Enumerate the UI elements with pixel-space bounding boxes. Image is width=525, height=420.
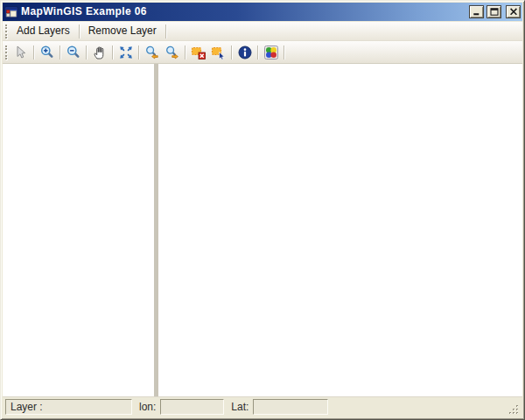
lon-value-box — [160, 399, 224, 415]
toolbar-separator — [284, 46, 284, 60]
menu-separator — [165, 24, 166, 38]
toolbar-separator — [231, 46, 232, 60]
clear-selection-tool-button[interactable] — [188, 43, 208, 62]
zoom-in-icon — [39, 45, 55, 60]
close-button[interactable] — [506, 5, 521, 18]
toolbar-separator — [86, 46, 87, 60]
pan-tool-button[interactable] — [89, 43, 109, 62]
lat-value-box — [253, 399, 328, 415]
menu-separator — [79, 24, 80, 38]
toolbar-separator — [138, 46, 139, 60]
selection-cursor-icon — [211, 45, 227, 60]
zoom-previous-tool-button[interactable] — [142, 43, 162, 62]
toolbar-separator — [60, 46, 60, 60]
cursor-tool-button[interactable] — [10, 43, 31, 62]
window-title: MapWinGIS Example 06 — [21, 3, 466, 21]
resize-grip[interactable] — [508, 404, 520, 416]
status-bar: Layer : lon: Lat: — [3, 396, 522, 417]
app-window: MapWinGIS Example 06 Add Layers Remove L… — [0, 0, 525, 420]
zoom-next-icon — [164, 45, 180, 60]
toolbar-separator — [33, 46, 34, 60]
selection-clear-icon — [191, 45, 206, 60]
zoom-in-tool-button[interactable] — [37, 43, 57, 62]
toolbar-grip — [5, 46, 8, 60]
zoom-full-extent-icon — [118, 45, 134, 60]
close-icon — [509, 8, 518, 16]
toolbar-separator — [257, 46, 258, 60]
symbology-tool-button[interactable] — [261, 43, 281, 62]
zoom-out-tool-button[interactable] — [63, 43, 83, 62]
title-bar[interactable]: MapWinGIS Example 06 — [3, 3, 522, 21]
main-area — [3, 64, 522, 396]
zoom-out-icon — [66, 45, 81, 60]
toolbar-separator — [185, 46, 186, 60]
pan-hand-icon — [92, 45, 108, 60]
toolbar-separator — [112, 46, 113, 60]
zoom-next-tool-button[interactable] — [162, 43, 182, 62]
menu-add-layers[interactable]: Add Layers — [10, 23, 76, 39]
legend-panel[interactable] — [3, 64, 154, 396]
minimize-icon — [472, 8, 481, 16]
info-icon — [237, 45, 253, 60]
maximize-icon — [490, 8, 499, 16]
menu-bar: Add Layers Remove Layer — [3, 22, 522, 41]
maximize-button[interactable] — [486, 5, 501, 18]
identify-tool-button[interactable] — [234, 43, 255, 62]
map-panel[interactable] — [158, 64, 522, 396]
minimize-button[interactable] — [469, 5, 484, 18]
select-shapes-tool-button[interactable] — [208, 43, 228, 62]
arrow-cursor-icon — [13, 45, 29, 60]
layer-status-label: Layer : — [10, 401, 43, 413]
color-palette-icon — [263, 45, 279, 60]
toolbar — [3, 41, 522, 64]
menu-remove-layer[interactable]: Remove Layer — [82, 23, 163, 39]
layer-status-panel: Layer : — [5, 399, 132, 415]
zoom-previous-icon — [144, 45, 160, 60]
lat-label: Lat: — [231, 401, 248, 413]
zoom-full-extent-tool-button[interactable] — [116, 43, 136, 62]
winforms-app-icon — [4, 5, 18, 19]
lon-label: lon: — [139, 401, 156, 413]
menustrip-grip — [5, 24, 8, 38]
